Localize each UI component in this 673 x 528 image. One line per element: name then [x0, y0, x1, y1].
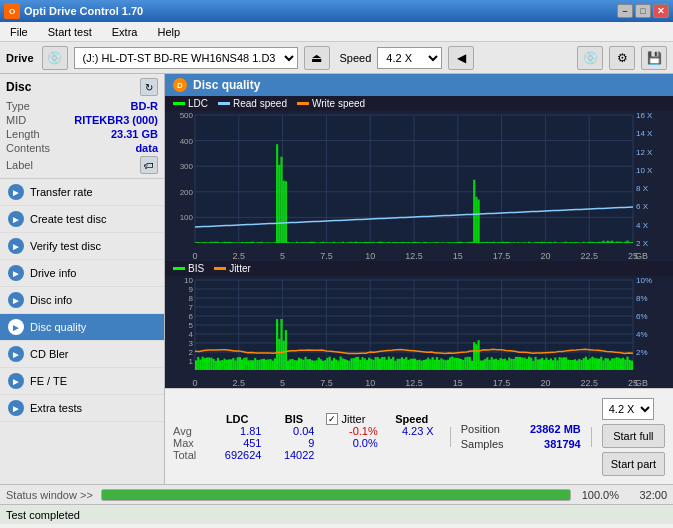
svg-rect-332 — [280, 319, 282, 370]
svg-rect-93 — [305, 242, 307, 243]
svg-text:8: 8 — [189, 294, 194, 303]
svg-rect-71 — [256, 242, 258, 243]
progress-bar — [102, 490, 570, 500]
settings-button[interactable]: ⚙ — [609, 46, 635, 70]
charts-container: LDC Read speed Write speed 02.557.51012.… — [165, 96, 673, 388]
svg-rect-410 — [451, 357, 453, 370]
nav-fe-te[interactable]: ► FE / TE — [0, 368, 164, 395]
nav-disc-quality[interactable]: ► Disc quality — [0, 314, 164, 341]
svg-rect-215 — [572, 242, 574, 243]
svg-rect-115 — [353, 242, 355, 243]
eject-button[interactable]: ⏏ — [304, 46, 330, 70]
svg-text:500: 500 — [180, 111, 194, 120]
svg-rect-371 — [366, 360, 368, 370]
svg-rect-370 — [364, 358, 366, 370]
svg-rect-222 — [587, 242, 589, 243]
menu-start-test[interactable]: Start test — [42, 24, 98, 40]
svg-rect-67 — [248, 242, 250, 243]
minimize-button[interactable]: – — [617, 4, 633, 18]
svg-rect-109 — [340, 242, 342, 243]
svg-rect-477 — [598, 359, 600, 370]
svg-rect-170 — [473, 180, 475, 243]
nav-verify-test-disc[interactable]: ► Verify test disc — [0, 233, 164, 260]
speed-dropdown[interactable]: 4.2 X — [602, 398, 654, 420]
svg-rect-468 — [578, 359, 580, 370]
svg-rect-349 — [318, 358, 320, 370]
svg-text:10 X: 10 X — [636, 166, 653, 175]
svg-rect-436 — [508, 358, 510, 370]
svg-rect-143 — [414, 242, 416, 243]
disc-refresh-button[interactable]: ↻ — [140, 78, 158, 96]
svg-text:2.5: 2.5 — [233, 378, 246, 388]
nav-extra-tests[interactable]: ► Extra tests — [0, 395, 164, 422]
nav-transfer-rate[interactable]: ► Transfer rate — [0, 179, 164, 206]
maximize-button[interactable]: □ — [635, 4, 651, 18]
svg-rect-52 — [215, 242, 217, 243]
start-full-button[interactable]: Start full — [602, 424, 665, 448]
svg-rect-454 — [548, 360, 550, 370]
svg-rect-234 — [613, 242, 615, 243]
svg-rect-101 — [322, 242, 324, 243]
svg-rect-326 — [267, 359, 269, 370]
svg-text:1: 1 — [189, 357, 194, 366]
svg-rect-217 — [576, 242, 578, 243]
svg-rect-446 — [530, 358, 532, 370]
jitter-checkbox[interactable]: ✓ — [326, 413, 338, 425]
position-value: 23862 MB — [530, 423, 581, 435]
svg-rect-180 — [495, 242, 497, 243]
nav-drive-info[interactable]: ► Drive info — [0, 260, 164, 287]
svg-rect-484 — [613, 358, 615, 370]
svg-rect-161 — [453, 242, 455, 243]
svg-rect-66 — [245, 242, 247, 243]
svg-rect-383 — [392, 357, 394, 370]
svg-rect-113 — [348, 242, 350, 243]
nav-cd-bler[interactable]: ► CD Bler — [0, 341, 164, 368]
svg-rect-139 — [405, 242, 407, 243]
svg-rect-429 — [493, 359, 495, 370]
svg-rect-415 — [462, 360, 464, 370]
svg-rect-308 — [228, 359, 230, 370]
nav-create-test-disc[interactable]: ► Create test disc — [0, 206, 164, 233]
svg-text:0: 0 — [192, 378, 197, 388]
svg-rect-474 — [591, 357, 593, 370]
svg-rect-432 — [499, 358, 501, 370]
svg-rect-480 — [605, 358, 607, 370]
svg-rect-455 — [550, 359, 552, 370]
svg-text:8 X: 8 X — [636, 184, 649, 193]
drive-select[interactable]: (J:) HL-DT-ST BD-RE WH16NS48 1.D3 — [74, 47, 298, 69]
svg-rect-185 — [506, 242, 508, 243]
start-part-button[interactable]: Start part — [602, 452, 665, 476]
close-button[interactable]: ✕ — [653, 4, 669, 18]
svg-rect-213 — [567, 242, 569, 243]
menu-file[interactable]: File — [4, 24, 34, 40]
disc-button[interactable]: 💿 — [577, 46, 603, 70]
stats-total-row: Total 692624 14022 — [173, 449, 440, 461]
legend-jitter-label: Jitter — [229, 263, 251, 274]
svg-rect-442 — [521, 358, 523, 370]
svg-rect-306 — [223, 359, 225, 370]
svg-rect-171 — [475, 197, 477, 243]
svg-rect-73 — [261, 242, 263, 243]
svg-text:0: 0 — [192, 251, 197, 261]
disc-header: Disc ↻ — [6, 78, 158, 96]
disc-label-button[interactable]: 🏷 — [140, 156, 158, 174]
drive-icon-button[interactable]: 💿 — [42, 46, 68, 70]
svg-text:10: 10 — [365, 251, 375, 261]
col-jitter-check[interactable]: ✓ Jitter — [320, 413, 383, 425]
svg-rect-456 — [552, 360, 554, 370]
speed-select[interactable]: 4.2 X — [377, 47, 442, 69]
svg-rect-297 — [204, 358, 206, 370]
stats-avg-row: Avg 1.81 0.04 -0.1% 4.23 X — [173, 425, 440, 437]
svg-rect-348 — [315, 360, 317, 370]
svg-text:400: 400 — [180, 137, 194, 146]
svg-rect-156 — [442, 242, 444, 243]
svg-rect-328 — [272, 361, 274, 370]
time-display: 32:00 — [627, 489, 667, 501]
svg-rect-81 — [278, 165, 280, 243]
speed-prev-button[interactable]: ◀ — [448, 46, 474, 70]
nav-disc-info[interactable]: ► Disc info — [0, 287, 164, 314]
save-button[interactable]: 💾 — [641, 46, 667, 70]
svg-rect-343 — [305, 357, 307, 370]
menu-extra[interactable]: Extra — [106, 24, 144, 40]
menu-help[interactable]: Help — [151, 24, 186, 40]
